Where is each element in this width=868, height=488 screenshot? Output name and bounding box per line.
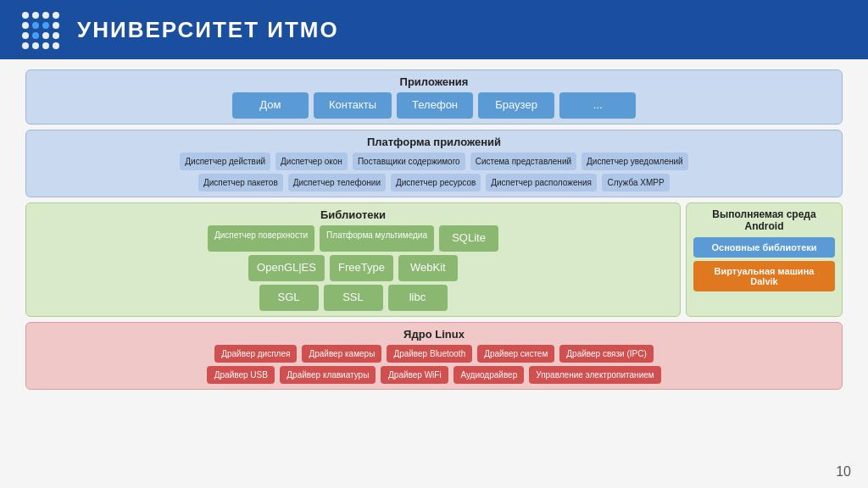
kernel-row2: Драйвер USB Драйвер клавиатуры Драйвер W… xyxy=(33,366,835,384)
app-item-phone: Телефон xyxy=(397,92,473,119)
platform-row2: Диспетчер пакетов Диспетчер телефонии Ди… xyxy=(33,174,835,191)
kernel-display-driver: Драйвер дисплея xyxy=(214,345,297,363)
lib-sqlite: SQLite xyxy=(439,225,498,252)
android-runtime-layer: Выполняемая среда Android Основные библи… xyxy=(686,202,843,317)
svg-point-4 xyxy=(22,22,29,29)
svg-point-2 xyxy=(42,12,49,19)
svg-point-0 xyxy=(22,12,29,19)
kernel-keypad-driver: Драйвер клавиатуры xyxy=(280,366,376,384)
lib-freetype: FreeType xyxy=(330,255,393,281)
svg-point-13 xyxy=(32,42,39,49)
lib-sgl: SGL xyxy=(259,285,319,311)
lib-libc: libc xyxy=(388,285,448,311)
kernel-audio-driver: Аудиодрайвер xyxy=(453,366,524,384)
platform-telephony-manager: Диспетчер телефонии xyxy=(288,174,386,191)
libs-row3: SGL SSL libc xyxy=(33,285,673,311)
app-item-dom: Дом xyxy=(232,92,309,119)
kernel-binder-driver: Драйвер систем xyxy=(477,345,554,363)
svg-point-14 xyxy=(42,42,49,49)
kernel-wifi-driver: Драйвер WiFi xyxy=(381,366,448,384)
lib-media-framework: Платформа мультимедиа xyxy=(320,225,434,252)
svg-point-12 xyxy=(22,42,29,49)
svg-point-8 xyxy=(22,32,29,39)
platform-row1: Диспетчер действий Диспетчер окон Постав… xyxy=(33,152,835,170)
applications-items: Дом Контакты Телефон Браузер ... xyxy=(33,92,835,119)
svg-point-6 xyxy=(42,22,49,29)
runtime-title: Выполняемая среда Android xyxy=(693,208,835,232)
kernel-usb-driver: Драйвер USB xyxy=(207,366,275,384)
libraries-rows: Диспетчер поверхности Платформа мультиме… xyxy=(33,225,673,311)
kernel-camera-driver: Драйвер камеры xyxy=(302,345,381,363)
lib-ssl: SSL xyxy=(324,285,383,311)
kernel-layer: Ядро Linux Драйвер дисплея Драйвер камер… xyxy=(25,322,843,390)
platform-window-manager: Диспетчер окон xyxy=(275,152,348,170)
kernel-bluetooth-driver: Драйвер Bluetooth xyxy=(387,345,472,363)
main-content: Приложения Дом Контакты Телефон Браузер … xyxy=(0,59,868,488)
platform-resource-manager: Диспетчер ресурсов xyxy=(391,174,481,191)
svg-point-10 xyxy=(42,32,49,39)
libs-row1: Диспетчер поверхности Платформа мультиме… xyxy=(33,225,673,252)
lib-opengl: OpenGL|ES xyxy=(248,255,325,281)
applications-title: Приложения xyxy=(33,75,835,88)
applications-layer: Приложения Дом Контакты Телефон Браузер … xyxy=(25,69,843,125)
header-title: УНИВЕРСИТЕТ ИТМО xyxy=(77,17,339,43)
platform-location-manager: Диспетчер расположения xyxy=(486,174,597,191)
kernel-row1: Драйвер дисплея Драйвер камеры Драйвер B… xyxy=(33,345,835,363)
platform-layer: Платформа приложений Диспетчер действий … xyxy=(25,130,843,197)
svg-point-9 xyxy=(32,32,39,39)
svg-point-11 xyxy=(53,32,59,39)
svg-point-3 xyxy=(53,12,59,19)
libs-row2: OpenGL|ES FreeType WebKit xyxy=(33,255,673,281)
runtime-core-libs: Основные библиотеки xyxy=(693,237,835,258)
itmo-logo xyxy=(17,7,64,53)
platform-activity-manager: Диспетчер действий xyxy=(180,152,270,170)
header: УНИВЕРСИТЕТ ИТМО xyxy=(0,0,868,59)
svg-point-5 xyxy=(32,22,39,29)
platform-title: Платформа приложений xyxy=(33,136,835,148)
svg-point-1 xyxy=(32,12,39,19)
libraries-layer: Библиотеки Диспетчер поверхности Платфор… xyxy=(25,202,681,317)
platform-xmpp-service: Служба XMPP xyxy=(602,174,670,191)
kernel-power-management: Управление электропитанием xyxy=(529,366,660,384)
platform-content-providers: Поставщики содержимого xyxy=(353,152,465,170)
lib-surface-manager: Диспетчер поверхности xyxy=(208,225,314,252)
platform-notification-manager: Диспетчер уведомлений xyxy=(581,152,688,170)
libraries-title: Библиотеки xyxy=(33,208,673,221)
svg-point-7 xyxy=(53,22,59,29)
platform-rows: Диспетчер действий Диспетчер окон Постав… xyxy=(33,152,835,191)
kernel-rows: Драйвер дисплея Драйвер камеры Драйвер B… xyxy=(33,345,835,384)
kernel-ipc-driver: Драйвер связи (IPC) xyxy=(559,345,653,363)
libs-runtime-row: Библиотеки Диспетчер поверхности Платфор… xyxy=(25,202,843,317)
platform-view-system: Система представлений xyxy=(470,152,576,170)
kernel-title: Ядро Linux xyxy=(33,328,835,341)
app-item-more: ... xyxy=(559,92,636,119)
lib-webkit: WebKit xyxy=(398,255,458,281)
platform-package-manager: Диспетчер пакетов xyxy=(198,174,283,191)
page-number: 10 xyxy=(836,464,851,480)
svg-point-15 xyxy=(53,42,59,49)
app-item-browser: Браузер xyxy=(478,92,554,119)
runtime-dalvik: Виртуальная машина Dalvik xyxy=(693,261,835,291)
app-item-contacts: Контакты xyxy=(314,92,392,119)
